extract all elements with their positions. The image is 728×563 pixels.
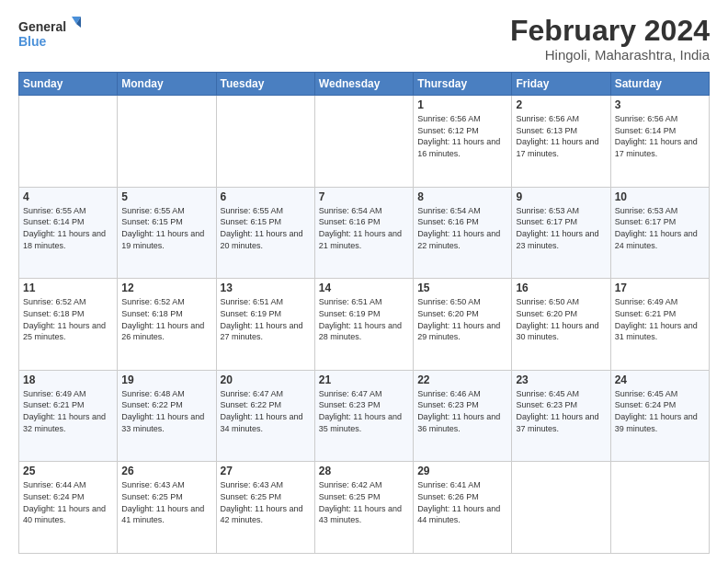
day-number: 10 (615, 190, 705, 203)
weekday-header: Tuesday (216, 73, 314, 96)
day-info: Sunrise: 6:49 AMSunset: 6:21 PMDaylight:… (23, 388, 113, 434)
calendar-cell: 1Sunrise: 6:56 AMSunset: 6:12 PMDaylight… (414, 96, 512, 188)
calendar-cell: 18Sunrise: 6:49 AMSunset: 6:21 PMDayligh… (19, 370, 118, 462)
day-info: Sunrise: 6:56 AMSunset: 6:13 PMDaylight:… (516, 113, 606, 159)
day-info: Sunrise: 6:47 AMSunset: 6:22 PMDaylight:… (221, 388, 311, 434)
day-info: Sunrise: 6:55 AMSunset: 6:15 PMDaylight:… (121, 205, 211, 251)
day-number: 19 (121, 373, 211, 386)
calendar-cell: 25Sunrise: 6:44 AMSunset: 6:24 PMDayligh… (19, 462, 118, 554)
calendar-week-row: 18Sunrise: 6:49 AMSunset: 6:21 PMDayligh… (19, 370, 710, 462)
calendar-cell: 6Sunrise: 6:55 AMSunset: 6:15 PMDaylight… (216, 187, 314, 279)
day-number: 28 (319, 465, 409, 477)
weekday-header: Monday (118, 73, 216, 96)
logo-svg: General Blue (18, 15, 83, 53)
calendar-cell: 4Sunrise: 6:55 AMSunset: 6:14 PMDaylight… (19, 187, 118, 279)
calendar-cell: 7Sunrise: 6:54 AMSunset: 6:16 PMDaylight… (314, 187, 413, 279)
day-number: 20 (221, 373, 311, 386)
calendar-cell: 19Sunrise: 6:48 AMSunset: 6:22 PMDayligh… (118, 370, 216, 462)
day-number: 7 (319, 190, 409, 203)
day-info: Sunrise: 6:44 AMSunset: 6:24 PMDaylight:… (23, 479, 113, 525)
day-number: 18 (23, 373, 113, 386)
day-number: 3 (615, 98, 705, 111)
calendar-cell: 13Sunrise: 6:51 AMSunset: 6:19 PMDayligh… (216, 279, 314, 371)
day-number: 11 (23, 282, 113, 294)
day-number: 17 (615, 282, 705, 294)
calendar-cell (216, 96, 314, 188)
sub-title: Hingoli, Maharashtra, India (510, 47, 710, 63)
calendar-cell: 21Sunrise: 6:47 AMSunset: 6:23 PMDayligh… (314, 370, 413, 462)
calendar-week-row: 4Sunrise: 6:55 AMSunset: 6:14 PMDaylight… (19, 187, 710, 279)
calendar-week-row: 25Sunrise: 6:44 AMSunset: 6:24 PMDayligh… (19, 462, 710, 554)
title-block: February 2024 Hingoli, Maharashtra, Indi… (510, 15, 710, 63)
calendar-cell: 17Sunrise: 6:49 AMSunset: 6:21 PMDayligh… (610, 279, 709, 371)
calendar-cell: 9Sunrise: 6:53 AMSunset: 6:17 PMDaylight… (512, 187, 610, 279)
calendar-cell (19, 96, 118, 188)
day-number: 29 (417, 465, 507, 477)
calendar-cell: 8Sunrise: 6:54 AMSunset: 6:16 PMDaylight… (414, 187, 512, 279)
day-info: Sunrise: 6:55 AMSunset: 6:14 PMDaylight:… (23, 205, 113, 251)
day-info: Sunrise: 6:56 AMSunset: 6:14 PMDaylight:… (615, 113, 705, 159)
page: General Blue February 2024 Hingoli, Maha… (0, 0, 728, 563)
calendar-cell: 10Sunrise: 6:53 AMSunset: 6:17 PMDayligh… (610, 187, 709, 279)
day-info: Sunrise: 6:41 AMSunset: 6:26 PMDaylight:… (417, 479, 507, 525)
calendar-body: 1Sunrise: 6:56 AMSunset: 6:12 PMDaylight… (19, 96, 710, 554)
calendar-cell: 16Sunrise: 6:50 AMSunset: 6:20 PMDayligh… (512, 279, 610, 371)
calendar-table: SundayMondayTuesdayWednesdayThursdayFrid… (18, 72, 710, 554)
day-number: 9 (516, 190, 606, 203)
calendar-cell: 12Sunrise: 6:52 AMSunset: 6:18 PMDayligh… (118, 279, 216, 371)
day-number: 13 (221, 282, 311, 294)
calendar-cell: 20Sunrise: 6:47 AMSunset: 6:22 PMDayligh… (216, 370, 314, 462)
calendar-week-row: 11Sunrise: 6:52 AMSunset: 6:18 PMDayligh… (19, 279, 710, 371)
day-info: Sunrise: 6:49 AMSunset: 6:21 PMDaylight:… (615, 296, 705, 342)
logo: General Blue (18, 15, 83, 53)
weekday-header: Saturday (610, 73, 709, 96)
day-info: Sunrise: 6:42 AMSunset: 6:25 PMDaylight:… (319, 479, 409, 525)
day-number: 1 (417, 98, 507, 111)
day-info: Sunrise: 6:45 AMSunset: 6:23 PMDaylight:… (516, 388, 606, 434)
day-number: 27 (221, 465, 311, 477)
day-info: Sunrise: 6:54 AMSunset: 6:16 PMDaylight:… (417, 205, 507, 251)
day-info: Sunrise: 6:54 AMSunset: 6:16 PMDaylight:… (319, 205, 409, 251)
calendar-cell: 28Sunrise: 6:42 AMSunset: 6:25 PMDayligh… (314, 462, 413, 554)
calendar-cell: 14Sunrise: 6:51 AMSunset: 6:19 PMDayligh… (314, 279, 413, 371)
calendar-cell (118, 96, 216, 188)
day-number: 23 (516, 373, 606, 386)
day-number: 4 (23, 190, 113, 203)
calendar-cell (314, 96, 413, 188)
calendar-cell: 22Sunrise: 6:46 AMSunset: 6:23 PMDayligh… (414, 370, 512, 462)
day-info: Sunrise: 6:46 AMSunset: 6:23 PMDaylight:… (417, 388, 507, 434)
day-info: Sunrise: 6:52 AMSunset: 6:18 PMDaylight:… (121, 296, 211, 342)
day-number: 5 (121, 190, 211, 203)
calendar-cell: 27Sunrise: 6:43 AMSunset: 6:25 PMDayligh… (216, 462, 314, 554)
day-info: Sunrise: 6:43 AMSunset: 6:25 PMDaylight:… (121, 479, 211, 525)
day-info: Sunrise: 6:50 AMSunset: 6:20 PMDaylight:… (516, 296, 606, 342)
day-number: 2 (516, 98, 606, 111)
day-info: Sunrise: 6:53 AMSunset: 6:17 PMDaylight:… (516, 205, 606, 251)
svg-text:General: General (18, 19, 66, 34)
weekday-header: Thursday (414, 73, 512, 96)
calendar-cell: 26Sunrise: 6:43 AMSunset: 6:25 PMDayligh… (118, 462, 216, 554)
calendar-header-row: SundayMondayTuesdayWednesdayThursdayFrid… (19, 73, 710, 96)
calendar-cell: 3Sunrise: 6:56 AMSunset: 6:14 PMDaylight… (610, 96, 709, 188)
calendar-cell: 11Sunrise: 6:52 AMSunset: 6:18 PMDayligh… (19, 279, 118, 371)
day-info: Sunrise: 6:53 AMSunset: 6:17 PMDaylight:… (615, 205, 705, 251)
calendar-cell: 24Sunrise: 6:45 AMSunset: 6:24 PMDayligh… (610, 370, 709, 462)
day-number: 6 (221, 190, 311, 203)
day-number: 22 (417, 373, 507, 386)
day-number: 16 (516, 282, 606, 294)
weekday-header: Wednesday (314, 73, 413, 96)
calendar-cell (512, 462, 610, 554)
calendar-cell: 23Sunrise: 6:45 AMSunset: 6:23 PMDayligh… (512, 370, 610, 462)
day-info: Sunrise: 6:45 AMSunset: 6:24 PMDaylight:… (615, 388, 705, 434)
calendar-cell: 15Sunrise: 6:50 AMSunset: 6:20 PMDayligh… (414, 279, 512, 371)
calendar-week-row: 1Sunrise: 6:56 AMSunset: 6:12 PMDaylight… (19, 96, 710, 188)
day-info: Sunrise: 6:52 AMSunset: 6:18 PMDaylight:… (23, 296, 113, 342)
day-number: 24 (615, 373, 705, 386)
day-info: Sunrise: 6:47 AMSunset: 6:23 PMDaylight:… (319, 388, 409, 434)
header: General Blue February 2024 Hingoli, Maha… (18, 15, 710, 63)
day-info: Sunrise: 6:55 AMSunset: 6:15 PMDaylight:… (221, 205, 311, 251)
day-number: 14 (319, 282, 409, 294)
main-title: February 2024 (510, 15, 710, 47)
calendar-cell: 5Sunrise: 6:55 AMSunset: 6:15 PMDaylight… (118, 187, 216, 279)
day-info: Sunrise: 6:56 AMSunset: 6:12 PMDaylight:… (417, 113, 507, 159)
